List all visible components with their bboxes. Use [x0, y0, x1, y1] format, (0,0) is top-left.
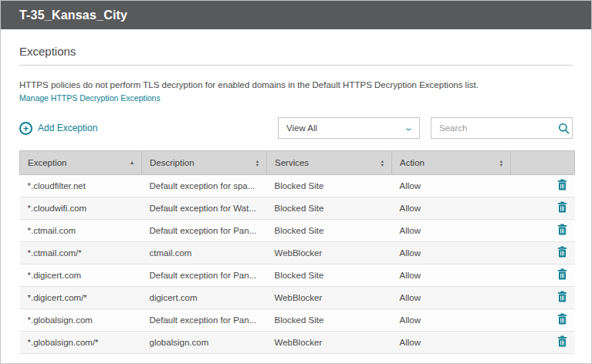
row-actions-cell [511, 309, 575, 332]
search-input[interactable] [439, 123, 558, 133]
exception-action: Allow [392, 220, 511, 242]
delete-exception-button[interactable] [557, 268, 567, 282]
exception-description: Default exception for Pan... [142, 309, 267, 332]
column-header-description[interactable]: Description▴▾ [142, 151, 267, 175]
exception-services: WebBlocker [267, 287, 392, 309]
table-row: *.globalsign.com/*globalsign.comWebBlock… [20, 332, 575, 354]
delete-exception-button[interactable] [557, 224, 567, 238]
trash-icon [557, 313, 567, 327]
exception-action: Allow [392, 175, 511, 197]
toolbar: + Add Exception View All ⌄ [19, 117, 573, 139]
intro-description: HTTPS policies do not perform TLS decryp… [19, 80, 573, 89]
delete-exception-button[interactable] [557, 246, 567, 260]
exception-name-link[interactable]: *.cloudfilter.net [20, 175, 142, 197]
search-box [431, 117, 573, 139]
exception-name-link[interactable]: *.ctmail.com [20, 220, 142, 242]
column-header-services[interactable]: Services▴▾ [267, 151, 392, 175]
exception-action: Allow [392, 265, 511, 287]
view-filter-value: View All [286, 123, 317, 133]
exception-description: Default exception for spa... [142, 175, 267, 197]
row-actions-cell [511, 332, 575, 354]
column-label: Description [150, 158, 195, 167]
sort-both-icon: ▴▾ [256, 159, 259, 167]
delete-exception-button[interactable] [557, 313, 567, 327]
row-actions-cell [511, 242, 575, 265]
view-filter-dropdown[interactable]: View All ⌄ [278, 117, 420, 139]
column-header-action[interactable]: Action▴▾ [392, 151, 511, 175]
delete-exception-button[interactable] [557, 179, 567, 193]
chevron-down-icon: ⌄ [403, 124, 413, 132]
exception-description: Default exception for Pan... [142, 265, 267, 287]
row-actions-cell [511, 197, 575, 220]
add-exception-button[interactable]: + Add Exception [19, 122, 97, 135]
exception-name-link[interactable]: *.digicert.com/* [20, 287, 142, 309]
table-row: *.digicert.com/*digicert.comWebBlockerAl… [20, 287, 575, 309]
table-row: *.ctmail.com/*ctmail.comWebBlockerAllow [20, 242, 575, 265]
trash-icon [557, 246, 567, 260]
toolbar-right: View All ⌄ [278, 117, 573, 139]
exception-action: Allow [392, 309, 511, 332]
page-title: T-35_Kansas_City [19, 8, 127, 22]
column-label: Action [400, 158, 425, 167]
plus-icon: + [19, 122, 32, 135]
trash-icon [557, 335, 567, 349]
row-actions-cell [511, 220, 575, 242]
column-label: Services [275, 158, 309, 167]
delete-exception-button[interactable] [557, 335, 567, 349]
trash-icon [557, 224, 567, 238]
delete-exception-button[interactable] [557, 201, 567, 215]
exception-description: digicert.com [142, 287, 267, 309]
sort-both-icon: ▴▾ [381, 159, 384, 167]
page: T-35_Kansas_City Exceptions HTTPS polici… [0, 0, 592, 364]
exception-name-link[interactable]: *.globalsign.com/* [20, 332, 142, 354]
column-label: Exception [28, 158, 67, 167]
row-actions-cell [511, 287, 575, 309]
table-header-row: Exception▴Description▴▾Services▴▾Action▴… [20, 151, 575, 175]
section-title: Exceptions [19, 45, 573, 58]
exception-services: WebBlocker [267, 242, 392, 265]
exceptions-table: Exception▴Description▴▾Services▴▾Action▴… [19, 150, 575, 354]
exception-services: Blocked Site [267, 220, 392, 242]
exception-services: Blocked Site [267, 197, 392, 220]
exception-action: Allow [392, 242, 511, 265]
manage-exceptions-link[interactable]: Manage HTTPS Decryption Exceptions [19, 93, 161, 103]
trash-icon [557, 201, 567, 215]
content-area: Exceptions HTTPS policies do not perform… [1, 45, 591, 354]
row-actions-cell [511, 175, 575, 197]
trash-icon [557, 179, 567, 193]
exception-description: Default exception for Wat... [142, 197, 267, 220]
table-row: *.ctmail.comDefault exception for Pan...… [20, 220, 575, 242]
search-icon[interactable] [558, 123, 570, 134]
trash-icon [557, 291, 567, 305]
table-row: *.digicert.comDefault exception for Pan.… [20, 265, 575, 287]
delete-exception-button[interactable] [557, 291, 567, 305]
add-exception-label: Add Exception [38, 123, 97, 133]
exception-description: Default exception for Pan... [142, 220, 267, 242]
exception-action: Allow [392, 287, 511, 309]
exceptions-table-body: *.cloudfilter.netDefault exception for s… [20, 175, 575, 354]
exception-description: ctmail.com [142, 242, 267, 265]
exception-name-link[interactable]: *.ctmail.com/* [20, 242, 142, 265]
exception-services: Blocked Site [267, 175, 392, 197]
exceptions-table-header: Exception▴Description▴▾Services▴▾Action▴… [20, 151, 575, 175]
exception-services: Blocked Site [267, 309, 392, 332]
exception-services: WebBlocker [267, 332, 392, 354]
table-row: *.cloudwifi.comDefault exception for Wat… [20, 197, 575, 220]
exception-services: Blocked Site [267, 265, 392, 287]
exception-name-link[interactable]: *.cloudwifi.com [20, 197, 142, 220]
exception-action: Allow [392, 332, 511, 354]
column-header-exception[interactable]: Exception▴ [20, 151, 142, 175]
section-divider [19, 65, 573, 66]
table-row: *.globalsign.comDefault exception for Pa… [20, 309, 575, 332]
exception-action: Allow [392, 197, 511, 220]
row-actions-cell [511, 265, 575, 287]
sort-asc-icon: ▴ [130, 160, 134, 166]
column-header-actions [511, 151, 575, 175]
window-title-bar: T-35_Kansas_City [1, 1, 591, 29]
sort-both-icon: ▴▾ [500, 159, 502, 167]
exception-name-link[interactable]: *.digicert.com [20, 265, 142, 287]
trash-icon [557, 268, 567, 282]
exception-description: globalsign.com [142, 332, 267, 354]
table-row: *.cloudfilter.netDefault exception for s… [20, 175, 575, 197]
exception-name-link[interactable]: *.globalsign.com [20, 309, 142, 332]
